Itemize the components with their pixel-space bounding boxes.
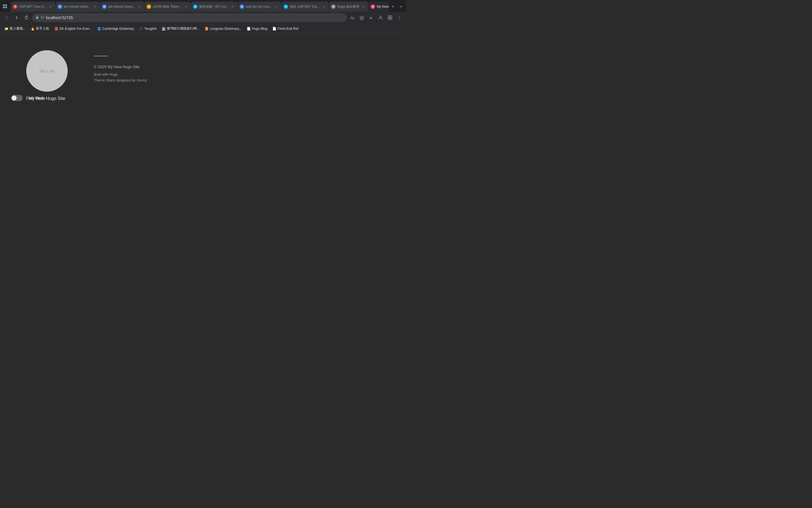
tab-label: My New Hugo Site (377, 5, 389, 8)
extensions-button[interactable] (385, 13, 394, 22)
toolbar-right: A 文 (348, 13, 404, 22)
tab-overflow-button[interactable] (397, 3, 405, 10)
menu-button[interactable] (395, 13, 404, 22)
svg-point-16 (399, 17, 400, 18)
tab-close-button[interactable]: × (92, 4, 97, 9)
svg-text:文: 文 (352, 16, 355, 19)
bookmark-label: Hugo Blog (252, 27, 267, 31)
svg-point-10 (380, 16, 381, 18)
browser-tab[interactable]: M測試 ASP.NET Cor...× (281, 2, 329, 12)
bookmark-icon: 📙 (204, 27, 208, 31)
tab-favicon: G (102, 4, 107, 9)
save-button[interactable] (367, 13, 376, 22)
tab-bar: AASP.NET Core 6...×Gjwt refresh token...… (0, 0, 406, 12)
svg-rect-1 (5, 4, 7, 6)
tab-favicon: M (284, 4, 288, 9)
svg-rect-0 (3, 4, 5, 6)
bookmark-icon: 📘 (97, 27, 101, 31)
browser-tab[interactable]: Gjwt refresh token...× (55, 2, 100, 12)
tab-close-button[interactable]: × (322, 4, 326, 9)
profile-button[interactable] (376, 13, 385, 22)
toggle-switch[interactable] (11, 95, 23, 101)
browser-tab[interactable]: JJSON Web Token...× (145, 2, 191, 12)
address-text: localhost:52735 (46, 15, 343, 20)
tab-favicon: G (58, 4, 62, 9)
tab-favicon: A (13, 4, 17, 9)
bookmark-icon: 📁 (4, 27, 8, 31)
copyright-text: © 2025 My New Hugo Site (94, 65, 147, 69)
bookmark-item[interactable]: 📄Hugo Blog (244, 26, 270, 32)
tab-label: ASP.NET Core 6... (19, 5, 46, 8)
bookmark-label: Youglish (144, 27, 157, 31)
reload-button[interactable] (22, 13, 31, 22)
tab-label: 測試 ASP.NET Cor... (290, 4, 320, 9)
dark-mode-label: Dark Mode (26, 96, 45, 100)
bookmark-icon: 📄 (272, 27, 277, 31)
tab-label: JSON Web Token... (153, 5, 182, 8)
svg-rect-3 (5, 7, 7, 8)
tab-favicon: M (193, 4, 198, 9)
svg-rect-14 (390, 18, 392, 19)
bookmark-item[interactable]: 📙Longman Dictionary... (202, 26, 244, 32)
translate-button[interactable]: A 文 (348, 13, 357, 22)
site-info: © 2025 My New Hugo Site Built with Hugo … (94, 45, 147, 101)
bookmark-label: Longman Dictionary... (210, 27, 242, 31)
tab-grid-icon[interactable] (1, 2, 9, 11)
tab-label: jwt refresh token... (108, 5, 135, 8)
bookmark-icon: 📕 (54, 27, 58, 31)
bookmark-label: 新手上路 (36, 26, 49, 31)
page-info-icon (41, 15, 44, 20)
tab-favicon: G (240, 4, 244, 9)
browser-tab[interactable]: Gjwt refresh token...× (100, 2, 144, 12)
browser-tab[interactable]: Gasp dot net core...× (238, 2, 281, 12)
bookmark-icon: 📄 (247, 27, 251, 31)
tab-close-button[interactable]: × (230, 4, 235, 9)
address-bar[interactable]: localhost:52735 (32, 13, 347, 22)
svg-rect-4 (36, 17, 38, 19)
bookmark-item[interactable]: 📁匯入書籤... (2, 25, 28, 32)
browser-tab[interactable]: HMy New Hugo Site× (368, 2, 389, 12)
back-button[interactable] (2, 13, 11, 22)
bookmark-label: Front End Ref (278, 27, 298, 31)
tab-label: 變更追蹤 - EF Cor... (199, 4, 229, 9)
tab-label: asp dot net core... (246, 5, 272, 8)
svg-point-15 (399, 16, 400, 16)
bookmark-icon: 🔥 (31, 27, 35, 31)
new-tab-button[interactable]: + (389, 3, 397, 10)
bookmark-item[interactable]: 🎵Youglish (137, 26, 159, 32)
bookmark-item[interactable]: 📄Front End Ref (270, 26, 300, 32)
svg-rect-13 (388, 18, 390, 19)
tab-close-button[interactable]: × (184, 4, 188, 9)
forward-button[interactable] (12, 13, 21, 22)
bookmark-item[interactable]: 📕DK English For Ever... (52, 26, 94, 32)
bookmark-item[interactable]: 🏦臺灣銀行網路銀行網... (159, 25, 202, 32)
bookmark-label: 臺灣銀行網路銀行網... (167, 26, 199, 31)
bookmark-label: 匯入書籤... (10, 26, 26, 31)
tab-label: Hugo 架站教學 (337, 4, 359, 9)
tab-favicon: J (147, 4, 151, 9)
tab-favicon: H (371, 4, 375, 9)
bookmarks-bar: 📁匯入書籤...🔥新手上路📕DK English For Ever...📘Cam… (0, 24, 406, 34)
svg-rect-7 (42, 17, 43, 18)
svg-rect-12 (390, 16, 392, 17)
svg-point-6 (42, 16, 43, 16)
dark-mode-toggle[interactable]: Dark Mode (11, 95, 45, 101)
bookmark-star-button[interactable] (357, 13, 366, 22)
tab-close-button[interactable]: × (274, 4, 279, 9)
tab-favicon: H (331, 4, 335, 9)
bookmark-icon: 🏦 (162, 27, 166, 31)
tab-close-button[interactable]: × (48, 4, 53, 9)
security-icon (35, 15, 39, 20)
bookmark-item[interactable]: 🔥新手上路 (29, 25, 51, 32)
page-main: 150 x 150 My New Hugo Site © 2025 My New… (16, 45, 390, 101)
bookmark-item[interactable]: 📘Cambridge Dictionary (95, 26, 136, 32)
theme-info-text: Theme Stack designed by Jimmy (94, 78, 147, 82)
tab-close-button[interactable]: × (137, 4, 142, 9)
toggle-knob (12, 95, 16, 100)
toolbar: localhost:52735 A 文 (0, 12, 406, 24)
tab-label: jwt refresh token... (64, 5, 91, 8)
tab-close-button[interactable]: × (361, 4, 366, 9)
browser-tab[interactable]: M變更追蹤 - EF Cor...× (191, 2, 237, 12)
browser-tab[interactable]: HHugo 架站教學× (329, 2, 368, 12)
browser-tab[interactable]: AASP.NET Core 6...× (11, 2, 55, 12)
